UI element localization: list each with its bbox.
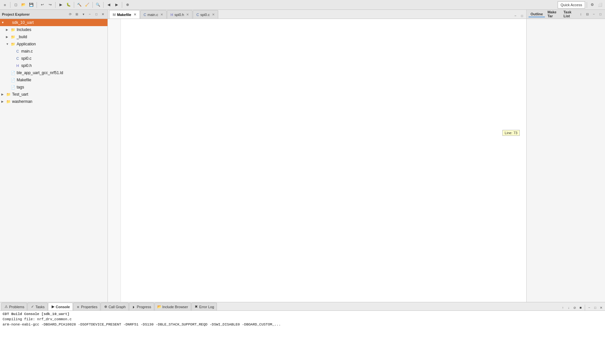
tree-item-ble-app[interactable]: 📄 ble_app_uart_gcc_nrf51.ld bbox=[0, 69, 107, 76]
bottom-sep bbox=[585, 305, 585, 310]
toolbar-btn-run[interactable]: ▶ bbox=[57, 1, 64, 8]
tree-item-includes[interactable]: ▶ 📁 Includes bbox=[0, 26, 107, 33]
sidebar-header: Project Explorer ⟳ ⊞ ▾ − □ ✕ bbox=[0, 10, 107, 19]
callgraph-icon: ⊕ bbox=[104, 305, 107, 309]
tree-item-tags[interactable]: 📄 tags bbox=[0, 84, 107, 91]
sidebar-sync-btn[interactable]: ⟳ bbox=[68, 12, 73, 17]
console-line-1: Compiling file: nrf_drv_common.c bbox=[3, 317, 602, 322]
sidebar-title: Project Explorer bbox=[2, 12, 66, 16]
icon-build: 📁 bbox=[10, 34, 16, 40]
tree-item-spi0-c[interactable]: C spi0.c bbox=[0, 55, 107, 62]
tree-label-application: Application bbox=[17, 42, 36, 46]
toolbar-btn-next[interactable]: ▶ bbox=[113, 1, 120, 8]
tab-console[interactable]: ▶ Console bbox=[48, 303, 73, 310]
arrow-test-uart: ▶ bbox=[1, 93, 6, 96]
outline-filter-btn[interactable]: ⊟ bbox=[585, 12, 590, 17]
toolbar-btn-search[interactable]: 🔍 bbox=[94, 1, 102, 8]
sidebar-close-btn[interactable]: ✕ bbox=[100, 12, 106, 17]
tab-label-spi0-h: spi0.h bbox=[174, 13, 184, 17]
toolbar-btn-maximize[interactable]: ⬜ bbox=[597, 1, 604, 8]
tree-item-root[interactable]: ▼ ⬡ sdk_10_uart bbox=[0, 19, 107, 26]
tab-close-main-c[interactable]: ✕ bbox=[160, 13, 163, 16]
tree-label-main-c: main.c bbox=[21, 49, 33, 54]
tree-item-main-c[interactable]: C main.c bbox=[0, 48, 107, 55]
editor-content[interactable]: Line: 73 bbox=[108, 19, 526, 302]
tab-makefile[interactable]: M Makefile ✕ bbox=[109, 10, 140, 19]
bottom-stop-btn[interactable]: ◾ bbox=[578, 305, 583, 310]
outline-tab-tasklist[interactable]: Task List bbox=[562, 10, 577, 19]
outline-minimize-btn[interactable]: − bbox=[591, 12, 597, 17]
tab-include-browser[interactable]: 📂 Include Browser bbox=[155, 303, 191, 310]
tab-main-c[interactable]: C main.c ✕ bbox=[140, 10, 167, 19]
toolbar-btn-external[interactable]: ⊕ bbox=[124, 1, 131, 8]
toolbar-sep-8 bbox=[587, 2, 587, 8]
tab-close-makefile[interactable]: ✕ bbox=[134, 13, 136, 16]
arrow-application: ▼ bbox=[6, 42, 10, 46]
tab-spi0-h[interactable]: H spi0.h ✕ bbox=[167, 10, 192, 19]
tab-label-error-log: Error Log bbox=[199, 305, 214, 309]
tab-tasks[interactable]: ✓ Tasks bbox=[27, 303, 47, 310]
toolbar-btn-undo[interactable]: ↩ bbox=[39, 1, 46, 8]
tab-close-spi0-c[interactable]: ✕ bbox=[212, 13, 215, 16]
bottom-tabs: ⚠ Problems ✓ Tasks ▶ Console ≡ Propertie… bbox=[0, 302, 605, 311]
bottom-panel: ⚠ Problems ✓ Tasks ▶ Console ≡ Propertie… bbox=[0, 302, 605, 364]
tree-item-build[interactable]: ▶ 📁 _build bbox=[0, 33, 107, 40]
toolbar-btn-debug[interactable]: 🐛 bbox=[65, 1, 72, 8]
bottom-up-btn[interactable]: ↑ bbox=[560, 305, 565, 310]
outline-maximize-btn[interactable]: □ bbox=[598, 12, 603, 17]
sidebar-minimize-btn[interactable]: − bbox=[87, 12, 92, 17]
toolbar-sep-7 bbox=[122, 2, 122, 8]
quick-access-button[interactable]: Quick Access bbox=[558, 1, 585, 8]
bottom-minimize-btn[interactable]: − bbox=[587, 305, 592, 310]
sidebar-menu-btn[interactable]: ▾ bbox=[81, 12, 86, 17]
tree-item-application[interactable]: ▼ 📁 Application bbox=[0, 40, 107, 48]
toolbar-btn-new[interactable]: ◻ bbox=[12, 1, 19, 8]
toolbar-btn-save[interactable]: 💾 bbox=[28, 1, 35, 8]
tree-item-spi0-h[interactable]: H spi0.h bbox=[0, 62, 107, 69]
outline-tab-maketar[interactable]: Make Tar bbox=[546, 10, 561, 19]
tree-label-spi0-c: spi0.c bbox=[21, 56, 31, 61]
full-layout: Project Explorer ⟳ ⊞ ▾ − □ ✕ ▼ ⬡ sdk_10_… bbox=[0, 10, 605, 364]
tab-spi0-c[interactable]: C spi0.c ✕ bbox=[193, 10, 218, 19]
bottom-down-btn[interactable]: ↓ bbox=[566, 305, 571, 310]
toolbar-sep-1 bbox=[10, 2, 10, 8]
tree-label-includes: Includes bbox=[17, 27, 31, 32]
tab-minimize-btn[interactable]: − bbox=[513, 13, 518, 19]
bottom-maximize-btn[interactable]: □ bbox=[593, 305, 598, 310]
tab-maximize-btn[interactable]: □ bbox=[519, 13, 525, 19]
outline-tab-outline[interactable]: Outline bbox=[529, 11, 545, 17]
bottom-tabs-controls: ↑ ↓ ⊘ ◾ − □ ✕ bbox=[560, 305, 605, 310]
arrow-root: ▼ bbox=[1, 21, 6, 24]
outline-sort-btn[interactable]: ↕ bbox=[578, 12, 583, 17]
toolbar-btn-settings[interactable]: ⚙ bbox=[589, 1, 596, 8]
sidebar-collapse-btn[interactable]: ⊞ bbox=[74, 12, 79, 17]
tree-item-washerman[interactable]: ▶ 📁 washerman bbox=[0, 98, 107, 105]
tab-label-problems: Problems bbox=[9, 305, 24, 309]
bottom-clear-btn[interactable]: ⊘ bbox=[572, 305, 577, 310]
tab-problems[interactable]: ⚠ Problems bbox=[1, 303, 27, 310]
tree-label-makefile: Makefile bbox=[17, 78, 31, 82]
tab-label-makefile: Makefile bbox=[117, 13, 131, 17]
toolbar-btn-menu[interactable]: ≡ bbox=[1, 1, 8, 8]
toolbar-btn-redo[interactable]: ↪ bbox=[46, 1, 54, 8]
console-icon: ▶ bbox=[51, 305, 55, 309]
tab-close-spi0-h[interactable]: ✕ bbox=[186, 13, 189, 16]
bottom-close-btn[interactable]: ✕ bbox=[598, 305, 604, 310]
tab-properties[interactable]: ≡ Properties bbox=[73, 303, 100, 310]
tab-label-tasks: Tasks bbox=[35, 305, 44, 309]
icon-application: 📁 bbox=[10, 41, 16, 47]
tree-label-root: sdk_10_uart bbox=[12, 20, 34, 25]
tab-callgraph[interactable]: ⊕ Call Graph bbox=[101, 303, 129, 310]
tab-progress[interactable]: ⏵ Progress bbox=[129, 303, 154, 310]
toolbar-btn-build[interactable]: 🔨 bbox=[76, 1, 83, 8]
tab-label-properties: Properties bbox=[81, 305, 97, 309]
tree-label-build: _build bbox=[17, 35, 27, 39]
tree-item-makefile[interactable]: 📄 Makefile bbox=[0, 76, 107, 84]
tree-item-test-uart[interactable]: ▶ 📁 Test_uart bbox=[0, 91, 107, 98]
toolbar-btn-prev[interactable]: ◀ bbox=[105, 1, 112, 8]
toolbar-btn-clean[interactable]: 🧹 bbox=[84, 1, 91, 8]
tree-label-tags: tags bbox=[17, 85, 24, 89]
tab-error-log[interactable]: ✖ Error Log bbox=[191, 303, 217, 310]
sidebar-maximize-btn[interactable]: □ bbox=[94, 12, 99, 17]
toolbar-btn-open[interactable]: 📂 bbox=[20, 1, 27, 8]
